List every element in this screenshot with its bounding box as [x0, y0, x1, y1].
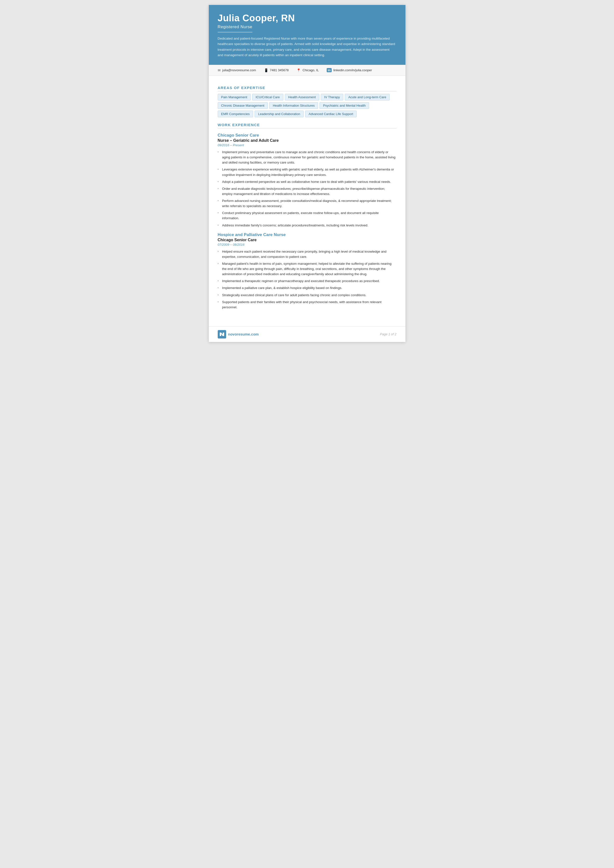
- location-icon: 📍: [297, 68, 301, 72]
- list-item: Perform advanced nursing assessment, pro…: [218, 198, 396, 209]
- email-value: julia@novoresume.com: [222, 68, 256, 72]
- phone-contact: 📱 7481 345678: [264, 68, 289, 72]
- list-item: Implemented a palliative care plan, & es…: [218, 285, 396, 290]
- phone-value: 7481 345678: [270, 68, 289, 72]
- contact-bar: ✉ julia@novoresume.com 📱 7481 345678 📍 C…: [209, 65, 406, 76]
- tag-acls: Advanced Cardiac Life Support: [305, 111, 357, 117]
- job-1-dates: 09/2016 – Present: [218, 143, 396, 147]
- candidate-title: Registered Nurse: [218, 25, 252, 33]
- job-2: Hospice and Palliative Care Nurse Chicag…: [218, 232, 396, 310]
- list-item: Managed patient's health in terms of pai…: [218, 261, 396, 277]
- list-item: Helped ensure each patient received the …: [218, 249, 396, 259]
- page-footer: novoresume.com Page 1 of 2: [209, 326, 406, 342]
- footer-page-number: Page 1 of 2: [380, 332, 396, 336]
- job-1-company: Chicago Senior Care: [218, 133, 396, 138]
- work-section-title: WORK EXPERIENCE: [218, 123, 396, 129]
- job-1-title: Nurse – Geriatric and Adult Care: [218, 138, 396, 143]
- candidate-name: Julia Cooper, RN: [218, 13, 396, 23]
- footer-logo: novoresume.com: [218, 330, 259, 338]
- tag-health-info: Health Information Structures: [269, 102, 318, 109]
- work-experience-section: WORK EXPERIENCE Chicago Senior Care Nurs…: [218, 123, 396, 310]
- list-item: Implemented a therapeutic regimen or pha…: [218, 278, 396, 284]
- tag-health-assessment: Health Assessment: [285, 94, 319, 101]
- phone-icon: 📱: [264, 68, 268, 72]
- novoresume-logo-icon: [218, 330, 226, 338]
- linkedin-contact: in linkedin.com/in/julia.cooper: [327, 68, 372, 72]
- expertise-row-2: Chronic Disease Management Health Inform…: [218, 102, 396, 109]
- list-item: Address immediate family's concerns; art…: [218, 223, 396, 228]
- header-banner: Julia Cooper, RN Registered Nurse Dedica…: [209, 5, 406, 65]
- location-value: Chicago, IL: [302, 68, 319, 72]
- job-1: Chicago Senior Care Nurse – Geriatric an…: [218, 133, 396, 228]
- list-item: Supported patients and their families wi…: [218, 299, 396, 310]
- email-contact: ✉ julia@novoresume.com: [218, 68, 256, 72]
- location-contact: 📍 Chicago, IL: [297, 68, 319, 72]
- tag-psychiatric: Psychiatric and Mental Health: [320, 102, 369, 109]
- expertise-section-title: AREAS OF EXPERTISE: [218, 85, 396, 91]
- email-icon: ✉: [218, 68, 221, 72]
- linkedin-value: linkedin.com/in/julia.cooper: [333, 68, 372, 72]
- main-content: AREAS OF EXPERTISE Pain Management ICU/C…: [209, 76, 406, 321]
- tag-acute-care: Acute and Long-term Care: [345, 94, 390, 101]
- tag-iv-therapy: IV Therapy: [321, 94, 343, 101]
- job-2-title: Chicago Senior Care: [218, 238, 396, 242]
- job-1-bullets: Implement primary and preventative care …: [218, 149, 396, 228]
- tag-emr: EMR Competencies: [218, 111, 253, 117]
- tag-leadership: Leadership and Collaboration: [255, 111, 304, 117]
- tag-pain-management: Pain Management: [218, 94, 251, 101]
- tag-icu: ICU/Critical Care: [252, 94, 283, 101]
- job-2-company: Hospice and Palliative Care Nurse: [218, 232, 396, 237]
- list-item: Implement primary and preventative care …: [218, 149, 396, 165]
- expertise-row-3: EMR Competencies Leadership and Collabor…: [218, 111, 396, 117]
- list-item: Order and evaluate diagnostic tests/proc…: [218, 186, 396, 197]
- resume-page: Julia Cooper, RN Registered Nurse Dedica…: [209, 5, 406, 342]
- candidate-summary: Dedicated and patient-focused Registered…: [218, 36, 396, 58]
- footer-brand-name: novoresume.com: [228, 332, 259, 336]
- list-item: Strategically executed clinical plans of…: [218, 293, 396, 298]
- list-item: Conduct preliminary physical assessment …: [218, 210, 396, 221]
- list-item: Leverages extensive experience working w…: [218, 167, 396, 177]
- list-item: Adopt a patient-centered perspective as …: [218, 179, 396, 184]
- expertise-row-1: Pain Management ICU/Critical Care Health…: [218, 94, 396, 101]
- job-2-bullets: Helped ensure each patient received the …: [218, 249, 396, 310]
- job-2-dates: 07/2009 – 08/2016: [218, 243, 396, 246]
- expertise-tags: Pain Management ICU/Critical Care Health…: [218, 94, 396, 117]
- tag-chronic-disease: Chronic Disease Management: [218, 102, 268, 109]
- linkedin-icon: in: [327, 68, 332, 72]
